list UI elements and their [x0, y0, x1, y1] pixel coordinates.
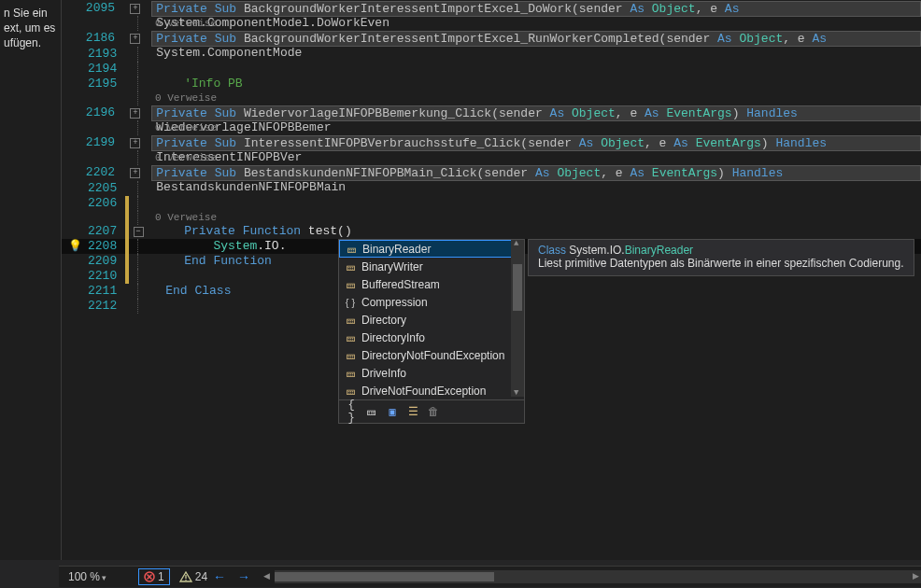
error-count-badge[interactable]: 1 — [138, 568, 170, 585]
change-indicator — [123, 105, 127, 120]
fold-toggle[interactable]: + — [129, 105, 143, 120]
fold-toggle[interactable]: − — [131, 224, 146, 239]
change-indicator — [125, 269, 129, 284]
nav-back-button[interactable]: ← — [213, 569, 226, 584]
line-number: 2095 — [86, 1, 123, 16]
code-line[interactable]: 2206 — [62, 196, 921, 211]
filter-delegate-icon[interactable]: 🗑 — [427, 405, 440, 419]
horizontal-scrollbar[interactable]: ◀ ▶ — [275, 570, 921, 583]
collapsed-signature[interactable]: Private Sub BackgroundWorkerInteressentI… — [151, 31, 921, 47]
namespace-icon: { } — [343, 297, 358, 308]
symbol-tooltip: Class System.IO.BinaryReader Liest primi… — [528, 239, 914, 276]
intellisense-item[interactable]: 🝚BinaryReader — [339, 240, 524, 258]
code-line[interactable]: 2186+Private Sub BackgroundWorkerInteres… — [62, 30, 921, 47]
line-number: 2208 — [88, 239, 125, 254]
codelens-references[interactable]: 0 Verweise — [146, 91, 217, 105]
filter-struct-icon[interactable]: ▣ — [386, 405, 399, 419]
code-content[interactable]: Private Function test() — [146, 224, 352, 239]
change-indicator — [123, 135, 127, 150]
intellisense-item-label: BufferedStream — [361, 278, 440, 291]
intellisense-item[interactable]: 🝚DirectoryInfo — [339, 329, 524, 346]
collapsed-signature[interactable]: Private Sub BackgroundWorkerInteressentI… — [151, 1, 921, 17]
code-line[interactable]: 2194 — [62, 62, 921, 77]
code-line[interactable]: 0 Verweise — [62, 91, 921, 105]
collapsed-signature[interactable]: Private Sub InteressentINFOPBVerbrauchss… — [151, 135, 921, 151]
lightbulb-icon[interactable]: 💡 — [68, 239, 81, 252]
intellisense-item[interactable]: { }Compression — [339, 293, 524, 311]
line-number: 2210 — [88, 269, 125, 284]
codelens-references[interactable]: 0 Verweise — [146, 150, 217, 165]
fold-toggle — [131, 196, 146, 211]
change-indicator — [123, 165, 127, 180]
change-indicator — [125, 299, 129, 314]
tooltip-signature: Class System.IO.BinaryReader — [538, 244, 904, 257]
codelens-references[interactable]: 0 Verweise — [146, 120, 217, 135]
line-number: 2199 — [86, 135, 123, 150]
change-indicator — [125, 150, 129, 165]
fold-toggle[interactable]: + — [129, 135, 143, 150]
change-indicator — [125, 16, 129, 31]
code-line[interactable]: 2199+Private Sub InteressentINFOPBVerbra… — [62, 134, 921, 151]
change-indicator — [125, 196, 129, 211]
change-indicator — [125, 239, 129, 254]
code-content[interactable]: System.IO. — [146, 239, 286, 254]
code-content[interactable]: End Function — [146, 254, 272, 269]
fold-toggle — [131, 16, 146, 31]
intellisense-item[interactable]: 🝚DriveInfo — [339, 364, 524, 382]
code-line[interactable]: 0 Verweise — [62, 17, 921, 30]
status-bar: 100 %▾ 1 24 ← → ◀ ▶ — [59, 566, 921, 587]
code-line[interactable]: 2196+Private Sub WiedervorlageINFOPBBeme… — [62, 105, 921, 121]
class-icon: 🝚 — [343, 368, 358, 379]
filter-class-icon[interactable]: 🝚 — [365, 405, 378, 419]
side-text-2: ext, um es — [4, 21, 57, 35]
intellisense-item[interactable]: 🝚DriveNotFoundException — [339, 382, 524, 399]
codelens-references[interactable]: 0 Verweise — [146, 16, 217, 31]
class-icon: 🝚 — [343, 279, 358, 290]
collapsed-signature[interactable]: Private Sub WiedervorlageINFOPBBemerkung… — [151, 105, 921, 121]
collapsed-signature[interactable]: Private Sub BestandskundenNFINFOPBMain_C… — [151, 165, 921, 181]
line-number: 2194 — [88, 62, 125, 77]
intellisense-item[interactable]: 🝚BufferedStream — [339, 275, 524, 293]
intellisense-item[interactable]: 🝚DirectoryNotFoundException — [339, 346, 524, 364]
code-content[interactable]: End Class — [146, 284, 231, 299]
chevron-down-icon[interactable]: ▾ — [100, 573, 106, 582]
fold-toggle[interactable]: + — [129, 165, 143, 180]
code-editor[interactable]: 2095+Private Sub BackgroundWorkerInteres… — [62, 0, 921, 560]
change-indicator — [123, 1, 127, 16]
zoom-level[interactable]: 100 %▾ — [59, 570, 116, 583]
code-line[interactable]: 2095+Private Sub BackgroundWorkerInteres… — [62, 0, 921, 17]
nav-forward-button[interactable]: → — [237, 569, 250, 584]
code-line[interactable]: 2207− Private Function test() — [62, 224, 921, 239]
line-number: 2207 — [88, 224, 125, 239]
scroll-thumb[interactable] — [513, 264, 522, 311]
code-line[interactable]: 2202+Private Sub BestandskundenNFINFOPBM… — [62, 164, 921, 181]
filter-namespace-icon[interactable]: { } — [345, 399, 358, 425]
intellisense-item[interactable]: 🝚BinaryWriter — [339, 258, 524, 275]
fold-toggle[interactable]: + — [129, 1, 143, 16]
class-icon: 🝚 — [343, 350, 358, 361]
code-content[interactable]: 'Info PB — [146, 77, 243, 91]
intellisense-popup[interactable]: 🝚BinaryReader🝚BinaryWriter🝚BufferedStrea… — [338, 239, 525, 424]
scroll-right-icon[interactable]: ▶ — [913, 571, 919, 581]
intellisense-scrollbar[interactable]: ▲ ▼ — [511, 240, 524, 397]
codelens-references[interactable]: 0 Verweise — [146, 210, 217, 225]
code-line[interactable]: 0 Verweise — [62, 211, 921, 224]
warning-count-badge[interactable]: 24 — [179, 570, 207, 583]
intellisense-item-label: BinaryWriter — [361, 260, 423, 273]
change-indicator — [125, 210, 129, 225]
intellisense-item-label: DriveNotFoundException — [361, 385, 486, 398]
hscroll-thumb[interactable] — [275, 572, 494, 581]
line-number: 2195 — [88, 77, 125, 91]
code-line[interactable]: 0 Verweise — [62, 121, 921, 134]
filter-enum-icon[interactable]: ☰ — [406, 405, 419, 419]
change-indicator — [125, 181, 129, 196]
code-line[interactable]: 2195 'Info PB — [62, 77, 921, 91]
intellisense-filter-bar[interactable]: { } 🝚 ▣ ☰ 🗑 — [339, 399, 524, 423]
scroll-left-icon[interactable]: ◀ — [263, 571, 270, 581]
scroll-down-icon[interactable]: ▼ — [514, 388, 518, 398]
change-indicator — [125, 62, 129, 77]
scroll-up-icon[interactable]: ▲ — [514, 239, 518, 248]
intellisense-item[interactable]: 🝚Directory — [339, 311, 524, 329]
fold-toggle[interactable]: + — [129, 31, 143, 46]
code-line[interactable]: 0 Verweise — [62, 151, 921, 164]
